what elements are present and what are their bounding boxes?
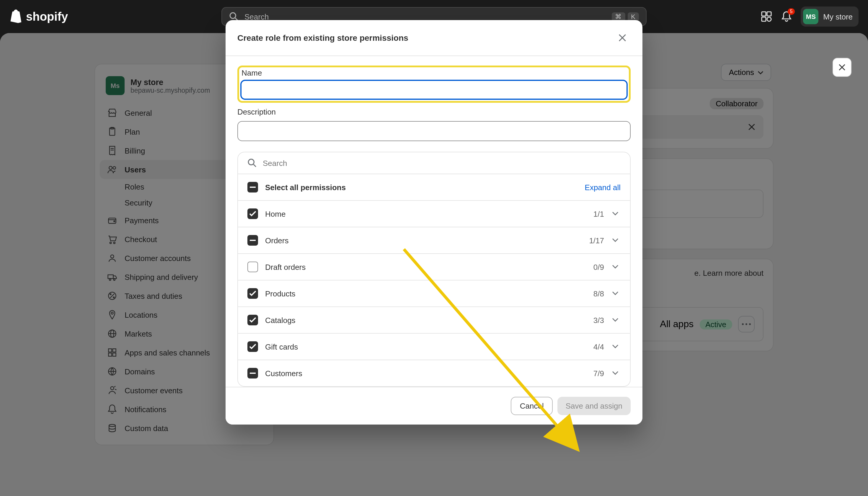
chevron-down-icon[interactable] [610,341,621,352]
check-icon [249,317,256,323]
modal-overlay: Create role from existing store permissi… [0,0,868,496]
chevron-down-icon[interactable] [610,208,621,219]
close-icon [617,32,628,43]
chevron-down-icon[interactable] [610,262,621,272]
description-label: Description [237,107,631,116]
chevron-down-icon[interactable] [610,235,621,246]
permission-group-label: Catalogs [265,315,593,324]
permission-checkbox[interactable] [247,235,258,246]
search-icon [247,158,257,168]
permissions-panel: Select all permissions Expand all Home 1… [237,152,631,387]
save-button[interactable]: Save and assign [557,397,631,415]
check-icon [249,211,256,217]
select-all-label: Select all permissions [265,183,585,191]
permission-checkbox[interactable] [247,262,258,272]
description-input[interactable] [237,121,631,141]
permission-checkbox[interactable] [247,368,258,378]
modal-close-button[interactable] [614,30,631,46]
modal-title: Create role from existing store permissi… [237,33,408,43]
permission-checkbox[interactable] [247,341,258,352]
name-input[interactable] [240,80,628,100]
select-all-row: Select all permissions Expand all [238,174,630,200]
permission-count: 8/8 [593,289,604,298]
svg-point-44 [248,159,254,165]
permission-count: 1/1 [593,209,604,218]
permission-count: 1/17 [589,236,604,245]
permission-group-orders: Orders 1/17 [238,227,630,253]
permission-group-label: Gift cards [265,342,593,351]
minus-icon [250,240,256,241]
permission-count: 3/3 [593,315,604,324]
create-role-modal: Create role from existing store permissi… [226,20,642,424]
svg-rect-48 [250,373,256,374]
permission-count: 0/9 [593,262,604,271]
svg-rect-47 [250,240,256,241]
permission-group-products: Products 8/8 [238,280,630,307]
check-icon [249,344,256,350]
check-icon [249,291,256,296]
expand-all-link[interactable]: Expand all [585,183,621,191]
permissions-search[interactable] [238,152,630,174]
permission-group-label: Home [265,209,593,218]
permission-group-label: Products [265,289,593,298]
chevron-down-icon[interactable] [610,288,621,299]
select-all-checkbox[interactable] [247,182,258,192]
name-label: Name [240,68,628,77]
permission-group-label: Customers [265,369,593,377]
permission-group-gift-cards: Gift cards 4/4 [238,333,630,360]
permission-group-label: Draft orders [265,262,593,271]
permission-count: 7/9 [593,369,604,377]
permission-group-draft-orders: Draft orders 0/9 [238,253,630,280]
chevron-down-icon[interactable] [610,368,621,378]
permission-group-catalogs: Catalogs 3/3 [238,307,630,333]
svg-line-45 [253,165,256,167]
permission-count: 4/4 [593,342,604,351]
permission-group-home: Home 1/1 [238,200,630,227]
cancel-button[interactable]: Cancel [511,397,553,415]
permission-group-label: Orders [265,236,589,245]
svg-rect-46 [250,187,256,188]
chevron-down-icon[interactable] [610,315,621,325]
permission-checkbox[interactable] [247,315,258,325]
permission-checkbox[interactable] [247,208,258,219]
minus-icon [250,373,256,374]
minus-icon [250,187,256,188]
permissions-search-input[interactable] [263,158,621,167]
permission-checkbox[interactable] [247,288,258,299]
permission-group-customers: Customers 7/9 [238,360,630,386]
